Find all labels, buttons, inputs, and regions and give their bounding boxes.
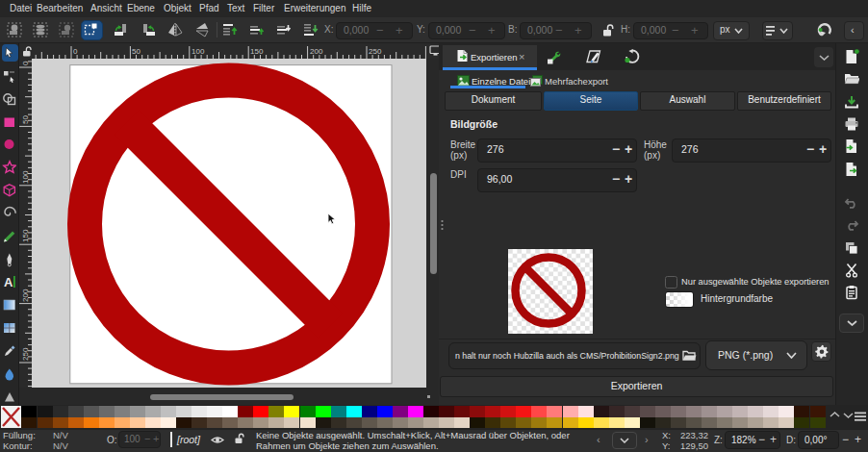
svg-text:50: 50 xyxy=(21,115,30,124)
svg-text:200: 200 xyxy=(310,47,323,56)
svg-text:100: 100 xyxy=(21,170,30,184)
svg-text:150: 150 xyxy=(21,229,30,242)
svg-text:0: 0 xyxy=(21,61,30,65)
svg-text:A: A xyxy=(4,275,13,289)
svg-text:250: 250 xyxy=(369,47,382,56)
svg-text:0: 0 xyxy=(73,47,78,56)
svg-text:100: 100 xyxy=(191,47,205,56)
svg-text:150: 150 xyxy=(250,47,264,56)
svg-text:50: 50 xyxy=(132,47,140,56)
svg-text:200: 200 xyxy=(21,289,30,302)
svg-text:250: 250 xyxy=(21,347,30,361)
